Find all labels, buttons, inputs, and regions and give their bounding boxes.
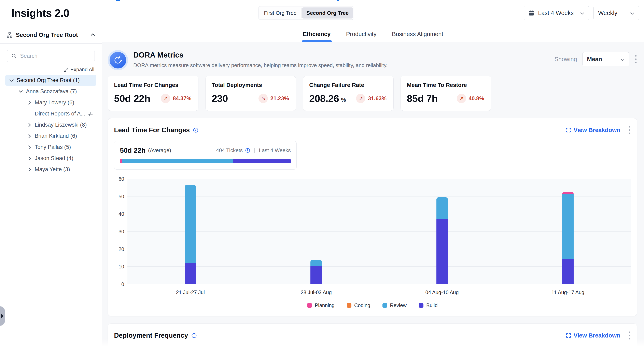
legend-swatch xyxy=(307,303,312,308)
expand-all-button[interactable]: Expand All xyxy=(7,67,94,73)
tree-item-anna-scozzafava-7[interactable]: Anna Scozzafava (7) xyxy=(5,86,96,97)
aggregation-select[interactable]: Mean xyxy=(582,52,630,66)
stacked-bar-21-jul-27-jul[interactable] xyxy=(185,185,196,284)
aggregation-value: Mean xyxy=(587,56,602,63)
y-tick-label: 60 xyxy=(118,176,124,182)
tab-business-alignment[interactable]: Business Alignment xyxy=(390,26,444,42)
view-breakdown-label: View Breakdown xyxy=(574,127,620,134)
kebab-menu-icon[interactable] xyxy=(635,54,637,64)
legend-item-review[interactable]: Review xyxy=(382,303,406,308)
summary-value: 50d 22h xyxy=(120,147,146,154)
sidebar-header[interactable]: Second Org Tree Root xyxy=(0,26,102,43)
kebab-menu-icon[interactable] xyxy=(628,125,631,135)
chevron-right-icon[interactable] xyxy=(27,167,32,172)
tree-item-lindsay-liszewski-8[interactable]: Lindsay Liszewski (8) xyxy=(5,120,96,130)
org-toggle-option[interactable]: First Org Tree xyxy=(260,7,301,19)
granularity-value: Weekly xyxy=(598,10,618,16)
legend-swatch xyxy=(382,303,387,308)
bar-segment-build xyxy=(185,263,196,284)
x-axis-labels: 21 Jul-27 Jul28 Jul-03 Aug04 Aug-10 Aug1… xyxy=(128,290,631,298)
metric-delta-value: 21.23% xyxy=(270,95,289,102)
sidebar-search[interactable] xyxy=(7,50,95,62)
tree-item-label: Brian Kirkland (6) xyxy=(35,133,77,139)
legend-item-build[interactable]: Build xyxy=(419,303,438,308)
metric-card-title: Lead Time For Changes xyxy=(114,82,192,88)
expand-all-label: Expand All xyxy=(70,67,94,73)
y-tick-label: 30 xyxy=(118,229,124,235)
tree-item-mary-lowery-6[interactable]: Mary Lowery (6) xyxy=(5,97,96,108)
tree-item-second-org-tree-root-1[interactable]: Second Org Tree Root (1) xyxy=(5,75,96,86)
info-icon[interactable] xyxy=(191,333,197,338)
chevron-up-icon[interactable] xyxy=(90,33,95,37)
legend-label: Review xyxy=(390,303,406,308)
chevron-right-icon[interactable] xyxy=(27,134,32,138)
y-tick-label: 20 xyxy=(118,246,124,252)
x-tick-label: 21 Jul-27 Jul xyxy=(176,290,205,295)
legend-item-coding[interactable]: Coding xyxy=(347,303,370,308)
tree-item-label: Second Org Tree Root (1) xyxy=(17,77,80,83)
tree-item-label: Jason Stead (4) xyxy=(35,155,74,162)
search-input[interactable] xyxy=(20,53,90,59)
granularity-select[interactable]: Weekly xyxy=(594,6,639,20)
legend-item-planning[interactable]: Planning xyxy=(307,303,334,308)
org-hierarchy-icon xyxy=(6,32,12,38)
tree-item-jason-stead-4[interactable]: Jason Stead (4) xyxy=(5,153,96,164)
x-tick-label: 04 Aug-10 Aug xyxy=(426,290,459,295)
main-tabbar: EfficiencyProductivityBusiness Alignment xyxy=(102,26,644,42)
metric-delta: ↘21.23% xyxy=(258,94,290,103)
main-area: EfficiencyProductivityBusiness Alignment… xyxy=(102,26,644,346)
tree-item-tony-pallas-5[interactable]: Tony Pallas (5) xyxy=(5,142,96,153)
stacked-bar-28-jul-03-aug[interactable] xyxy=(310,260,322,284)
lead-time-chart: 0102030405060 21 Jul-27 Jul28 Jul-03 Aug… xyxy=(114,179,631,308)
dora-header: DORA Metrics DORA metrics measure softwa… xyxy=(108,50,637,70)
org-toggle-option[interactable]: Second Org Tree xyxy=(302,7,353,19)
trend-down-arrow-icon: ↘ xyxy=(258,94,268,103)
info-icon[interactable] xyxy=(245,148,250,153)
tree-item-direct-reports-of-a[interactable]: Direct Reports of A... xyxy=(5,108,96,119)
summary-average-label: (Average) xyxy=(148,147,171,154)
kebab-menu-icon[interactable] xyxy=(628,331,631,340)
metric-value: 85d 7h xyxy=(407,93,438,104)
chevron-right-icon[interactable] xyxy=(27,123,32,127)
tree-item-brian-kirkland-6[interactable]: Brian Kirkland (6) xyxy=(5,131,96,141)
main-content: DORA Metrics DORA metrics measure softwa… xyxy=(102,42,644,346)
summary-range: Last 4 Weeks xyxy=(259,147,291,154)
tab-efficiency[interactable]: Efficiency xyxy=(302,26,332,42)
org-tree-toggle: First Org TreeSecond Org Tree xyxy=(258,6,354,20)
info-icon[interactable] xyxy=(193,127,198,133)
dora-metric-cards: Lead Time For Changes50d 22h↗84.37%Total… xyxy=(108,76,637,111)
stacked-bar-11-aug-17-aug[interactable] xyxy=(562,192,574,284)
chevron-down-icon[interactable] xyxy=(9,79,14,82)
y-tick-label: 40 xyxy=(118,211,124,217)
sidebar-collapse-handle[interactable] xyxy=(0,306,5,326)
divider: | xyxy=(254,147,255,154)
metric-delta-value: 31.63% xyxy=(368,95,386,102)
trend-up-arrow-icon: ↗ xyxy=(356,94,366,103)
chevron-right-icon[interactable] xyxy=(27,156,32,161)
gridline xyxy=(128,179,631,179)
date-range-select[interactable]: Last 4 Weeks xyxy=(524,6,589,20)
stacked-bar-04-aug-10-aug[interactable] xyxy=(436,197,448,284)
filter-sliders-icon[interactable] xyxy=(88,111,93,117)
metric-delta: ↗40.8% xyxy=(457,94,485,103)
tab-productivity[interactable]: Productivity xyxy=(345,26,378,42)
toggle-divider xyxy=(301,8,302,18)
gridline xyxy=(128,214,631,214)
gridline xyxy=(128,249,631,249)
chevron-right-icon[interactable] xyxy=(27,145,32,150)
metric-delta: ↗31.63% xyxy=(356,94,387,103)
bar-segment-review xyxy=(185,185,196,263)
search-icon xyxy=(11,53,17,59)
view-breakdown-button[interactable]: View Breakdown xyxy=(566,127,620,134)
chevron-right-icon[interactable] xyxy=(27,100,32,105)
lead-time-panel-header: Lead Time For Changes View Breakdown xyxy=(114,125,631,135)
dora-cycle-icon xyxy=(110,52,126,68)
view-breakdown-button[interactable]: View Breakdown xyxy=(566,332,620,339)
lead-time-panel: Lead Time For Changes View Breakdown xyxy=(108,118,637,316)
chevron-down-icon xyxy=(621,56,625,63)
tree-item-maya-yette-3[interactable]: Maya Yette (3) xyxy=(5,164,96,175)
lead-time-summary-card: 50d 22h (Average) 404 Tickets | Last 4 W… xyxy=(114,141,297,170)
y-tick-label: 10 xyxy=(118,264,124,270)
bar-segment-review xyxy=(436,197,448,219)
chevron-down-icon[interactable] xyxy=(18,90,24,93)
